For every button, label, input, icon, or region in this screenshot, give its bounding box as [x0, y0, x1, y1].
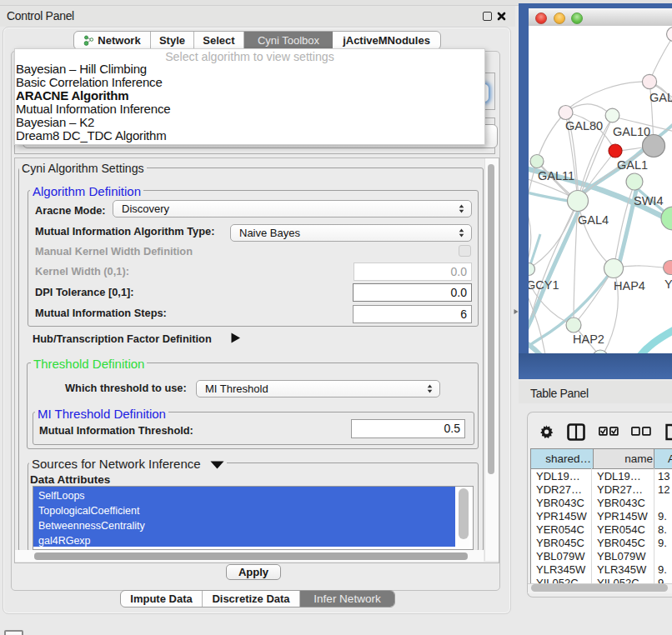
- svg-text:GAL10: GAL10: [613, 125, 650, 138]
- svg-text:GAL4: GAL4: [578, 213, 609, 227]
- svg-text:GAL80: GAL80: [565, 119, 603, 132]
- svg-text:GAL1: GAL1: [617, 158, 648, 172]
- svg-text:GAL80: GAL80: [649, 91, 672, 104]
- svg-text:YD: YD: [664, 278, 672, 291]
- svg-text:HAP4: HAP4: [614, 279, 645, 292]
- svg-text:GAL11: GAL11: [538, 169, 574, 182]
- svg-text:GCY1: GCY1: [529, 278, 559, 292]
- svg-text:HAP2: HAP2: [573, 332, 604, 346]
- svg-text:SWI4: SWI4: [634, 194, 663, 208]
